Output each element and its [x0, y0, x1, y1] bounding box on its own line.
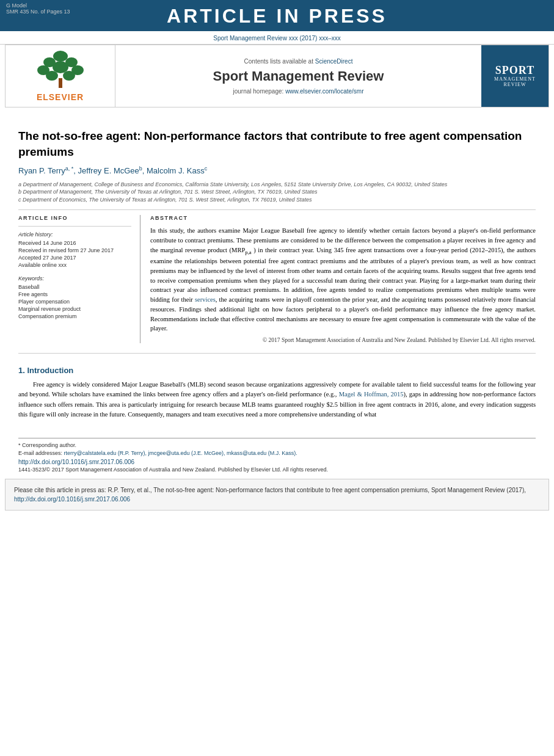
article-in-press-title: ARTICLE IN PRESS: [0, 5, 554, 27]
svg-rect-8: [59, 78, 62, 88]
section-divider: [18, 353, 536, 354]
doi-link[interactable]: http://dx.doi.org/10.1016/j.smr.2017.06.…: [18, 459, 134, 465]
elsevier-logo-section: ELSEVIER: [5, 45, 115, 107]
affiliation-a: a Department of Management, College of B…: [18, 181, 536, 189]
smr-number: SMR 435 No. of Pages 13: [6, 9, 70, 15]
svg-point-7: [63, 71, 75, 81]
header-banner: G Model SMR 435 No. of Pages 13 ARTICLE …: [0, 0, 554, 31]
affiliation-b: b Department of Management, The Universi…: [18, 188, 536, 196]
article-title: The not-so-free agent: Non-performance f…: [18, 128, 536, 159]
accepted-date: Accepted 27 June 2017: [18, 255, 131, 261]
author2-sup: b: [139, 165, 142, 172]
sciencedirect-link[interactable]: ScienceDirect: [315, 58, 353, 65]
author3-sup: c: [205, 165, 208, 172]
abstract-text: In this study, the authors examine Major…: [150, 226, 536, 333]
introduction-heading: 1. Introduction: [18, 366, 536, 375]
journal-center-section: Contents lists available at ScienceDirec…: [115, 45, 481, 107]
contents-line: Contents lists available at ScienceDirec…: [244, 58, 353, 65]
abstract-heading: ABSTRACT: [150, 215, 536, 221]
keyword-4: Marginal revenue product: [18, 306, 131, 312]
svg-point-6: [46, 71, 58, 81]
article-history-label: Article history:: [18, 231, 131, 238]
article-info-column: ARTICLE INFO Article history: Received 1…: [18, 215, 140, 343]
author1-name: Ryan P. Terry: [18, 167, 65, 176]
sport-logo-management: MANAGEMENT: [494, 76, 536, 82]
citation-prefix: Please cite this article in press as: R.…: [14, 487, 526, 493]
citation-doi-link[interactable]: http://dx.doi.org/10.1016/j.smr.2017.06.…: [14, 496, 130, 503]
authors-line: Ryan P. Terrya, *, Jeffrey E. McGeeb, Ma…: [18, 165, 536, 175]
footnote-area: * Corresponding author. E-mail addresses…: [18, 438, 536, 473]
g-model-label: G Model: [6, 2, 27, 9]
divider-after-affiliations: [18, 209, 536, 210]
author2-name: Jeffrey E. McGee: [78, 167, 139, 176]
sport-management-review-logo: SPORT MANAGEMENT REVIEW: [481, 45, 549, 107]
introduction-section: 1. Introduction Free agency is widely co…: [18, 366, 536, 420]
svg-point-0: [53, 51, 68, 62]
article-body-columns: ARTICLE INFO Article history: Received 1…: [18, 215, 536, 343]
article-info-heading: ARTICLE INFO: [18, 215, 131, 221]
keyword-3: Player compensation: [18, 299, 131, 305]
journal-title: Sport Management Review: [213, 68, 384, 84]
elsevier-tree-icon: [36, 50, 85, 90]
keywords-section: Keywords: Baseball Free agents Player co…: [18, 275, 131, 319]
author1-sup: a, *: [65, 165, 74, 172]
received-date: Received 14 June 2016: [18, 240, 131, 246]
affiliations: a Department of Management, College of B…: [18, 181, 536, 204]
email-links[interactable]: rterry@calstatela.edu (R.P. Terry), jmcg…: [64, 450, 297, 456]
keyword-1: Baseball: [18, 284, 131, 290]
introduction-paragraph: Free agency is widely considered Major L…: [18, 380, 536, 420]
journal-header: ELSEVIER Contents lists available at Sci…: [5, 45, 549, 107]
corresponding-author-label: * Corresponding author.: [18, 442, 536, 448]
journal-ref: Sport Management Review xxx (2017) xxx–x…: [213, 35, 340, 42]
author3-name: Malcolm J. Kass: [147, 167, 205, 176]
citation-box: Please cite this article in press as: R.…: [5, 479, 549, 511]
sport-logo-review: REVIEW: [503, 82, 526, 87]
issn-line: 1441-3523/© 2017 Sport Management Associ…: [18, 467, 536, 473]
homepage-line: journal homepage: www.elsevier.com/locat…: [233, 88, 364, 95]
abstract-column: ABSTRACT In this study, the authors exam…: [150, 215, 536, 343]
main-content: The not-so-free agent: Non-performance f…: [0, 107, 554, 473]
article-info-divider: [18, 226, 131, 227]
keywords-label: Keywords:: [18, 275, 131, 282]
journal-info-bar: Sport Management Review xxx (2017) xxx–x…: [0, 31, 554, 45]
abstract-copyright: © 2017 Sport Management Association of A…: [150, 337, 536, 343]
doi-line: http://dx.doi.org/10.1016/j.smr.2017.06.…: [18, 459, 536, 465]
email-label: E-mail addresses:: [18, 450, 62, 456]
sport-logo-sport: SPORT: [495, 65, 534, 77]
email-addresses-line: E-mail addresses: rterry@calstatela.edu …: [18, 450, 536, 456]
keyword-2: Free agents: [18, 291, 131, 297]
affiliation-c: c Department of Economics, The Universit…: [18, 196, 536, 204]
available-online: Available online xxx: [18, 262, 131, 268]
svg-point-4: [53, 61, 68, 73]
keyword-5: Compensation premium: [18, 313, 131, 319]
elsevier-wordmark: ELSEVIER: [37, 92, 84, 102]
homepage-link[interactable]: www.elsevier.com/locate/smr: [285, 88, 363, 95]
magel-hoffman-citation[interactable]: Magel & Hoffman, 2015: [339, 391, 404, 398]
revised-date: Received in revised form 27 June 2017: [18, 247, 131, 253]
